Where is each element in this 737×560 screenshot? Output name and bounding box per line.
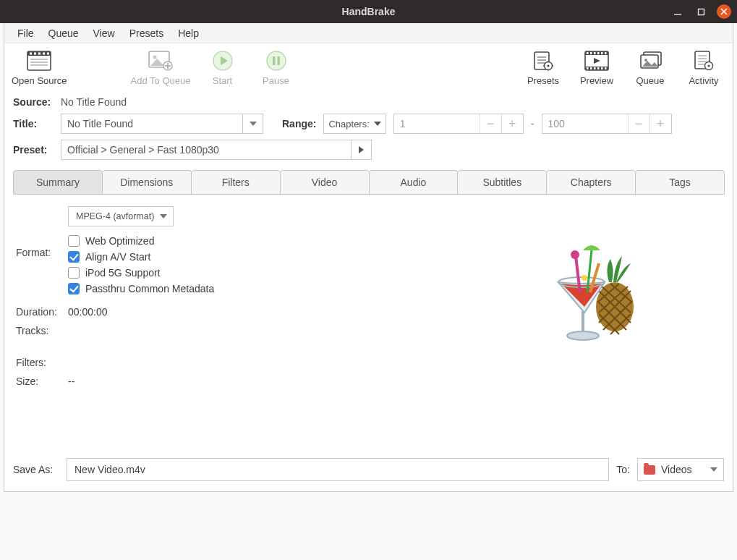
tab-audio[interactable]: Audio bbox=[369, 170, 459, 195]
add-to-queue-button[interactable]: Add To Queue bbox=[131, 48, 191, 86]
format-select[interactable]: MPEG-4 (avformat) bbox=[68, 206, 174, 226]
align-av-label: Align A/V Start bbox=[85, 251, 150, 263]
web-optimized-checkbox[interactable]: Web Optimized bbox=[68, 235, 439, 247]
chevron-right-icon bbox=[351, 140, 371, 159]
svg-rect-6 bbox=[30, 53, 32, 55]
menu-queue[interactable]: Queue bbox=[41, 25, 86, 42]
ipod-5g-checkbox[interactable]: iPod 5G Support bbox=[68, 267, 439, 279]
tab-filters[interactable]: Filters bbox=[191, 170, 281, 195]
preview-button[interactable]: Preview bbox=[575, 48, 618, 86]
chevron-down-icon bbox=[160, 214, 167, 219]
svg-rect-38 bbox=[590, 52, 592, 54]
source-value: No Title Found bbox=[61, 96, 127, 108]
size-label: Size: bbox=[16, 376, 68, 387]
svg-rect-46 bbox=[597, 67, 600, 69]
svg-point-63 bbox=[567, 331, 599, 340]
svg-rect-37 bbox=[587, 52, 589, 54]
menu-view[interactable]: View bbox=[86, 25, 122, 42]
activity-button[interactable]: Activity bbox=[682, 48, 725, 86]
pause-label: Pause bbox=[263, 75, 289, 86]
add-to-queue-label: Add To Queue bbox=[131, 75, 191, 86]
plus-icon[interactable]: + bbox=[649, 114, 671, 133]
minus-icon[interactable]: − bbox=[480, 114, 501, 133]
plus-icon[interactable]: + bbox=[501, 114, 523, 133]
save-as-label: Save As: bbox=[13, 464, 59, 475]
preview-icon bbox=[584, 48, 610, 74]
tab-subtitles[interactable]: Subtitles bbox=[457, 170, 547, 195]
source-row: Source: No Title Found bbox=[4, 93, 733, 111]
menu-presets[interactable]: Presets bbox=[122, 25, 171, 42]
svg-rect-41 bbox=[601, 52, 603, 54]
web-optimized-label: Web Optimized bbox=[85, 235, 154, 247]
svg-rect-1 bbox=[698, 9, 704, 14]
range-mode-select[interactable]: Chapters: bbox=[323, 114, 385, 134]
svg-point-68 bbox=[581, 275, 587, 281]
presets-label: Presets bbox=[527, 75, 559, 86]
close-button[interactable] bbox=[717, 4, 731, 19]
format-value: MPEG-4 (avformat) bbox=[76, 211, 154, 221]
activity-icon bbox=[691, 48, 717, 74]
ipod-5g-label: iPod 5G Support bbox=[85, 267, 161, 279]
svg-rect-7 bbox=[34, 53, 36, 55]
range-from-value: 1 bbox=[394, 118, 480, 130]
align-av-checkbox[interactable]: Align A/V Start bbox=[68, 251, 439, 263]
size-value: -- bbox=[68, 376, 439, 387]
duration-label: Duration: bbox=[16, 306, 68, 318]
title-row: Title: No Title Found Range: Chapters: 1… bbox=[4, 111, 733, 137]
handbrake-logo-icon bbox=[529, 234, 652, 360]
start-button[interactable]: Start bbox=[201, 48, 244, 86]
checkbox-icon bbox=[68, 283, 80, 294]
open-source-button[interactable]: Open Source bbox=[12, 48, 67, 86]
minimize-button[interactable] bbox=[670, 4, 685, 19]
pause-icon bbox=[263, 48, 289, 74]
start-label: Start bbox=[213, 75, 232, 86]
film-icon bbox=[26, 48, 52, 74]
range-to-input[interactable]: 100 − + bbox=[542, 114, 672, 134]
preset-select[interactable]: Official > General > Fast 1080p30 bbox=[61, 140, 372, 160]
range-label: Range: bbox=[282, 118, 316, 130]
queue-button[interactable]: Queue bbox=[629, 48, 672, 86]
svg-rect-43 bbox=[587, 67, 589, 69]
svg-rect-23 bbox=[277, 56, 280, 65]
tab-chapters[interactable]: Chapters bbox=[546, 170, 636, 195]
presets-button[interactable]: Presets bbox=[521, 48, 565, 86]
svg-rect-9 bbox=[43, 53, 45, 55]
range-to-value: 100 bbox=[542, 118, 628, 130]
checkbox-icon bbox=[68, 235, 80, 247]
svg-rect-48 bbox=[605, 67, 607, 69]
queue-icon bbox=[637, 48, 663, 74]
summary-pane: Format: MPEG-4 (avformat) Web Optimized … bbox=[4, 195, 733, 393]
svg-rect-39 bbox=[594, 52, 596, 54]
chevron-down-icon bbox=[242, 114, 263, 133]
preview-area bbox=[461, 206, 721, 387]
tab-tags[interactable]: Tags bbox=[635, 170, 725, 195]
tab-summary[interactable]: Summary bbox=[13, 170, 103, 195]
svg-rect-44 bbox=[590, 67, 592, 69]
play-icon bbox=[210, 48, 236, 74]
menu-file[interactable]: File bbox=[10, 25, 41, 42]
presets-icon bbox=[530, 48, 556, 74]
open-source-label: Open Source bbox=[12, 75, 67, 86]
minus-icon[interactable]: − bbox=[628, 114, 649, 133]
pause-button[interactable]: Pause bbox=[255, 48, 298, 86]
maximize-button[interactable] bbox=[694, 4, 708, 19]
duration-value: 00:00:00 bbox=[68, 306, 439, 318]
destination-select[interactable]: Videos bbox=[637, 458, 724, 481]
passthru-metadata-checkbox[interactable]: Passthru Common Metadata bbox=[68, 283, 439, 294]
svg-rect-42 bbox=[605, 52, 607, 54]
range-from-input[interactable]: 1 − + bbox=[393, 114, 524, 134]
svg-rect-8 bbox=[38, 53, 41, 55]
title-select[interactable]: No Title Found bbox=[61, 114, 263, 134]
tab-dimensions[interactable]: Dimensions bbox=[102, 170, 192, 195]
svg-rect-47 bbox=[601, 67, 603, 69]
tabs: Summary Dimensions Filters Video Audio S… bbox=[13, 170, 724, 195]
svg-point-52 bbox=[644, 59, 647, 61]
tab-video[interactable]: Video bbox=[280, 170, 370, 195]
chevron-down-icon bbox=[710, 467, 717, 472]
menu-help[interactable]: Help bbox=[171, 25, 206, 42]
source-label: Source: bbox=[13, 96, 54, 108]
svg-rect-62 bbox=[581, 311, 584, 333]
save-row: Save As: To: Videos bbox=[4, 451, 733, 491]
checkbox-icon bbox=[68, 267, 80, 279]
save-as-input[interactable] bbox=[67, 458, 609, 481]
